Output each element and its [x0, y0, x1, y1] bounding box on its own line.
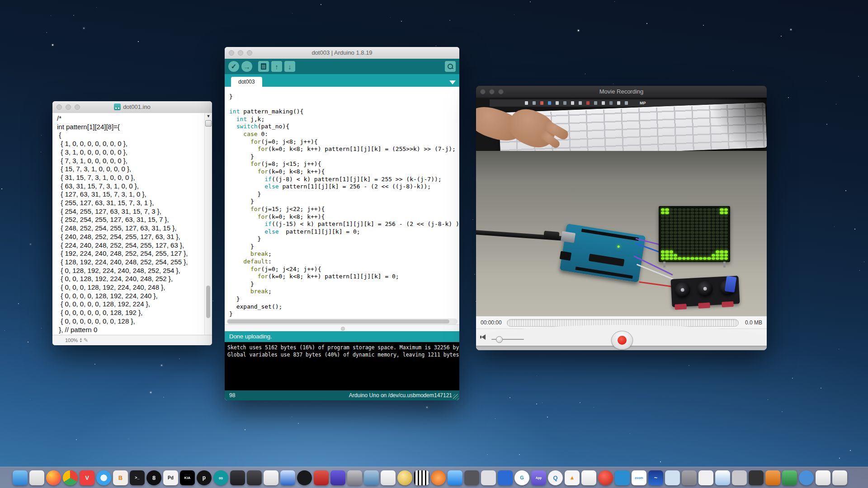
- dock-icon-trash[interactable]: [832, 470, 847, 485]
- dock-icon-safari[interactable]: [96, 470, 111, 485]
- minimize-button[interactable]: [238, 50, 243, 56]
- dock-icon-kia-app[interactable]: KIA: [180, 470, 195, 485]
- dock-icon-camera-app[interactable]: [347, 470, 362, 485]
- dock-icon-dark-gray-app[interactable]: [464, 470, 479, 485]
- led-off: [712, 211, 715, 214]
- dot001-traffic-lights[interactable]: [57, 104, 80, 110]
- zoom-stepper[interactable]: ▲▼: [79, 338, 82, 343]
- star: [854, 229, 855, 230]
- dock-icon-piano-app[interactable]: [414, 470, 429, 485]
- dot001-text-area[interactable]: /*int pattern[1][24][8]={ { { 1, 0, 0, 0…: [52, 113, 212, 335]
- arduino-code-editor[interactable]: } int pattern_making(){ int j,k; switch(…: [225, 87, 459, 319]
- dock-icon-mail-app[interactable]: [448, 470, 462, 485]
- dock-icon-light-gray-app[interactable]: [481, 470, 496, 485]
- verify-button[interactable]: ✓: [228, 61, 239, 72]
- arduino-titlebar[interactable]: dot003 | Arduino 1.8.19: [225, 47, 459, 59]
- minimize-button[interactable]: [66, 104, 71, 110]
- quicktime-titlebar[interactable]: Movie Recording: [476, 86, 767, 98]
- dock-icon-white-canister-app[interactable]: [264, 470, 278, 485]
- splitter-handle[interactable]: [341, 327, 345, 331]
- dock-icon-robot-app[interactable]: [247, 470, 262, 485]
- dock-icon-journal-app[interactable]: [29, 470, 44, 485]
- star: [52, 44, 53, 46]
- dock-icon-processing[interactable]: p: [197, 470, 212, 485]
- dock-icon-terminal[interactable]: >_: [130, 470, 145, 485]
- page-guide-icon[interactable]: [205, 120, 212, 127]
- dock-icon-wizard-app[interactable]: [330, 470, 345, 485]
- record-button[interactable]: [611, 331, 633, 350]
- led-off: [703, 208, 707, 211]
- save-button[interactable]: ↓: [284, 61, 295, 72]
- dock-icon-gold-coin-app[interactable]: [397, 470, 412, 485]
- arduino-traffic-lights[interactable]: [229, 50, 252, 56]
- upload-button[interactable]: →: [241, 61, 252, 72]
- dock-icon-eight-ball-app[interactable]: 8: [146, 470, 161, 485]
- dock-icon-vivaldi[interactable]: V: [80, 470, 94, 485]
- dock-icon-blue-drop-app[interactable]: [615, 470, 630, 485]
- dock-icon-scanner-app[interactable]: [364, 470, 379, 485]
- dock-icon-teal-ring-app[interactable]: G: [514, 470, 529, 485]
- led-off: [665, 225, 669, 227]
- dock-icon-white-tall-app[interactable]: [816, 470, 830, 485]
- dock-icon-zoom[interactable]: zoom: [632, 470, 646, 485]
- tab-menu-chevron-icon[interactable]: [449, 80, 456, 84]
- dock-icon-pale-blue-app[interactable]: [665, 470, 680, 485]
- led-off: [720, 228, 723, 230]
- dock-icon-orange-letters-app[interactable]: B: [113, 470, 128, 485]
- serial-monitor-button[interactable]: [445, 61, 456, 72]
- dock-icon-blue-app[interactable]: [498, 470, 513, 485]
- dock-icon-orange-app[interactable]: [765, 470, 780, 485]
- dock-icon-puredata[interactable]: Pd: [163, 470, 178, 485]
- dock-icon-dark-app[interactable]: [749, 470, 764, 485]
- dock-icon-wave-chart-app[interactable]: ~: [648, 470, 663, 485]
- hscroll-thumb[interactable]: [227, 319, 449, 324]
- close-button[interactable]: [229, 50, 234, 56]
- zoom-button[interactable]: [498, 89, 504, 94]
- dock-icon-arduino-ide[interactable]: ∞: [213, 470, 228, 485]
- dock-icon-red-gadget-app[interactable]: [314, 470, 329, 485]
- volume-knob[interactable]: [496, 336, 503, 343]
- resize-grip-icon[interactable]: [453, 394, 458, 399]
- close-button[interactable]: [57, 104, 62, 110]
- dock-icon-red-ball-app[interactable]: [598, 470, 613, 485]
- dock-icon-vlc[interactable]: ▲: [565, 470, 580, 485]
- dock-icon-blue-round-app[interactable]: [799, 470, 814, 485]
- tab-dot003[interactable]: dot003: [231, 77, 262, 87]
- dock-icon-gear-app[interactable]: [682, 470, 697, 485]
- star: [547, 417, 548, 418]
- zoom-button[interactable]: [247, 50, 252, 56]
- dock-icon-black-cube-app[interactable]: [230, 470, 245, 485]
- close-button[interactable]: [480, 89, 486, 94]
- dock-icon-chrome[interactable]: [63, 470, 78, 485]
- dot001-scrollbar[interactable]: ▼: [204, 113, 212, 335]
- dock-icon-white-app[interactable]: [698, 470, 713, 485]
- dock-icon-copter-app[interactable]: [280, 470, 295, 485]
- led-off: [690, 244, 694, 247]
- dock-icon-radar-app[interactable]: [297, 470, 312, 485]
- zoom-button[interactable]: [75, 104, 80, 110]
- zoom-level-value[interactable]: 100%: [65, 338, 78, 343]
- dock-icon-photo-frame-app[interactable]: [381, 470, 396, 485]
- minimize-button[interactable]: [489, 89, 495, 94]
- led-off: [703, 215, 707, 217]
- dock-icon-finder[interactable]: [13, 470, 28, 485]
- open-button[interactable]: ↑: [271, 61, 282, 72]
- led-off: [674, 244, 677, 247]
- arduino-horizontal-scrollbar[interactable]: [226, 319, 458, 324]
- new-sketch-button[interactable]: [258, 61, 269, 72]
- led-off: [703, 254, 707, 257]
- dot001-titlebar[interactable]: dot001.ino: [52, 101, 212, 113]
- dock-icon-quicktime-player[interactable]: Q: [548, 470, 563, 485]
- dock-icon-appstore-purple-app[interactable]: App: [531, 470, 546, 485]
- scrollbar-arrow-icon[interactable]: ▼: [205, 113, 212, 119]
- dock-icon-green-app[interactable]: [782, 470, 797, 485]
- quicktime-traffic-lights[interactable]: [480, 89, 504, 94]
- dock-icon-firefox[interactable]: [46, 470, 61, 485]
- dock-icon-gray-app[interactable]: [732, 470, 747, 485]
- dock-icon-white-card-app[interactable]: [581, 470, 596, 485]
- dock-icon-orange-ring-app[interactable]: [431, 470, 446, 485]
- editor-console-splitter[interactable]: [225, 324, 459, 332]
- led-off: [674, 228, 677, 230]
- dot001-scroll-thumb[interactable]: [206, 286, 210, 318]
- dock-icon-blue-white-app[interactable]: [715, 470, 730, 485]
